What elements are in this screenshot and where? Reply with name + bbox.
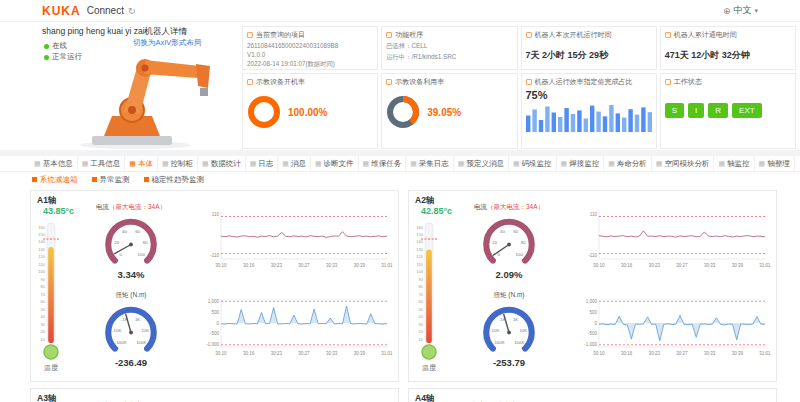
svg-text:30:23: 30:23 — [649, 351, 661, 356]
svg-text:30:39: 30:39 — [354, 351, 366, 356]
tab-grid-icon: ▦ — [363, 160, 370, 168]
online-dot-icon — [44, 44, 49, 49]
tab-15[interactable]: ▦空间模块分析 — [652, 156, 715, 171]
tab-12[interactable]: ▦码垛监控 — [509, 156, 557, 171]
tab-label: 空间模块分析 — [664, 159, 709, 169]
tab-8[interactable]: ▦诊断文件 — [311, 156, 359, 171]
svg-text:30:10: 30:10 — [593, 263, 605, 268]
boot-rate-icon — [247, 79, 253, 85]
status-lamp-r: R — [708, 103, 728, 118]
current-gauge-block: 电流（最大电流：34A）0204060801002.09% — [449, 203, 569, 280]
torque-label: 扭矩 (N.m) — [115, 291, 146, 298]
tab-grid-icon: ▦ — [250, 160, 257, 168]
sync-icon[interactable]: ↻ — [128, 6, 136, 16]
tab-14[interactable]: ▦寿命分析 — [604, 156, 652, 171]
svg-text:0: 0 — [594, 321, 597, 326]
tab-16[interactable]: ▦轴监控 — [714, 156, 754, 171]
tab-2[interactable]: ▦工具信息 — [78, 156, 126, 171]
thermometer: 160150140130120110100908070605040302010 — [412, 219, 446, 361]
svg-text:500: 500 — [211, 310, 219, 315]
tab-1[interactable]: ▦基本信息 — [30, 156, 78, 171]
svg-text:60: 60 — [419, 299, 424, 304]
svg-text:50: 50 — [41, 307, 46, 312]
svg-text:30:16: 30:16 — [243, 351, 255, 356]
svg-text:31:01: 31:01 — [381, 263, 393, 268]
svg-text:1,000: 1,000 — [586, 299, 598, 304]
svg-text:100K: 100K — [136, 340, 146, 345]
tab-10[interactable]: ▦采集日志 — [406, 156, 454, 171]
globe-icon: ⊕ — [723, 6, 731, 16]
tab-label: 寿命分析 — [617, 159, 647, 169]
subtab-bullet-icon — [144, 177, 149, 182]
axis-panel-2: A2轴42.85°c160150140130120110100908070605… — [408, 190, 777, 382]
svg-text:1K: 1K — [513, 317, 518, 322]
app-name: Connect — [87, 5, 124, 16]
subtab-bullet-icon — [92, 177, 97, 182]
tab-5[interactable]: ▦数据统计 — [198, 156, 246, 171]
tab-13[interactable]: ▦焊接监控 — [557, 156, 605, 171]
svg-text:60: 60 — [513, 229, 518, 234]
tab-grid-icon: ▦ — [458, 160, 465, 168]
subtab-1[interactable]: 系统减速箱 — [32, 175, 78, 185]
svg-text:30:16: 30:16 — [621, 263, 633, 268]
card-boot-rate: 示教设备开机率 100.00% — [242, 73, 378, 149]
program-selected: 已选择：CELL — [386, 42, 512, 51]
current-max-label: （最大电流：34A） — [487, 203, 544, 210]
svg-text:30:33: 30:33 — [704, 263, 716, 268]
tab-9[interactable]: ▦维保任务 — [359, 156, 407, 171]
status-lamp-i: I — [688, 103, 704, 118]
current-chart: 110-11030:1030:1630:2330:2730:3330:3931:… — [573, 205, 771, 281]
tab-17[interactable]: ▦轴整理 — [755, 156, 795, 171]
svg-text:80: 80 — [419, 284, 424, 289]
svg-text:30:23: 30:23 — [271, 263, 283, 268]
tab-grid-icon: ▦ — [410, 160, 417, 168]
tab-11[interactable]: ▦预定义消息 — [454, 156, 509, 171]
tab-label: 本体 — [138, 159, 153, 169]
svg-text:80: 80 — [521, 240, 526, 245]
current-max-label: （最大电流：34A） — [109, 203, 166, 210]
axis-panel-4: A4轴38.85°c160150140130120110100908070605… — [408, 388, 777, 402]
svg-text:1K: 1K — [135, 317, 140, 322]
svg-text:31:01: 31:01 — [759, 263, 771, 268]
svg-text:-10K: -10K — [112, 328, 121, 333]
svg-text:-100K: -100K — [115, 340, 127, 345]
subtab-2[interactable]: 异常监测 — [92, 175, 130, 185]
tab-grid-icon: ▦ — [162, 160, 169, 168]
current-value: 3.34% — [71, 269, 191, 280]
robot-header: shang ping heng kuai yi zai机器人详情 切换为AxIV… — [0, 22, 800, 150]
tab-label: 采集日志 — [419, 159, 449, 169]
tab-7[interactable]: ▦消息 — [278, 156, 311, 171]
switch-layout-link[interactable]: 切换为AxIV形式布局 — [133, 38, 201, 48]
subtab-bullet-icon — [32, 177, 37, 182]
language-selector[interactable]: ⊕ 中文 ▾ — [723, 4, 758, 17]
svg-text:100K: 100K — [514, 340, 524, 345]
svg-text:60: 60 — [135, 229, 140, 234]
robot-title: shang ping heng kuai yi zai机器人详情 — [42, 26, 238, 38]
usage-rate-icon — [386, 79, 392, 85]
svg-text:110: 110 — [590, 212, 598, 217]
subtab-label: 异常监测 — [100, 175, 130, 185]
svg-text:-500: -500 — [210, 331, 220, 336]
tab-4[interactable]: ▦控制柜 — [158, 156, 198, 171]
tab-3[interactable]: ▦本体 — [125, 156, 158, 171]
svg-text:30: 30 — [41, 322, 46, 327]
status-lamp-ext: EXT — [732, 103, 762, 118]
svg-text:31:01: 31:01 — [759, 351, 771, 356]
card-usage-rate: 示教设备利用率 39.05% — [381, 73, 517, 149]
project-time: 2022-08-14 19:01:07(数据时间) — [247, 60, 373, 69]
tab-label: 工具信息 — [90, 159, 120, 169]
svg-text:0: 0 — [120, 252, 123, 257]
svg-text:10K: 10K — [519, 328, 527, 333]
running-dot-icon — [44, 55, 49, 60]
torque-value: -253.79 — [449, 357, 569, 368]
torque-gauge-block: 扭矩 (N.m)-100K-10K-1K1K10K100K-253.79 — [449, 291, 569, 368]
subtab-3[interactable]: 稳定性趋势监测 — [144, 175, 205, 185]
tab-6[interactable]: ▦日志 — [246, 156, 279, 171]
axis-temperature: 43.85°c — [43, 206, 74, 216]
uptime-icon — [526, 32, 532, 38]
subtab-label: 稳定性趋势监测 — [152, 175, 205, 185]
svg-text:30:16: 30:16 — [243, 263, 255, 268]
svg-text:100: 100 — [516, 252, 524, 257]
svg-text:20: 20 — [41, 329, 46, 334]
current-chart: 110-11030:1030:1630:2330:2730:3330:3931:… — [195, 205, 393, 281]
